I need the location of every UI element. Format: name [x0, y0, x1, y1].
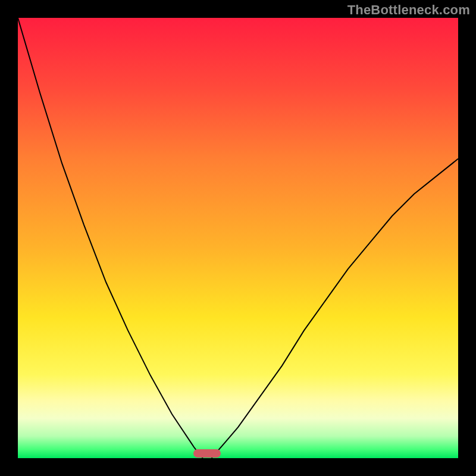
plot-area	[18, 18, 458, 458]
curve-right-branch	[212, 159, 458, 458]
chart-frame: TheBottleneck.com	[0, 0, 476, 476]
curve-layer	[18, 18, 458, 458]
minimum-marker	[193, 449, 221, 458]
curve-left-branch	[18, 18, 203, 458]
watermark-text: TheBottleneck.com	[347, 2, 470, 18]
